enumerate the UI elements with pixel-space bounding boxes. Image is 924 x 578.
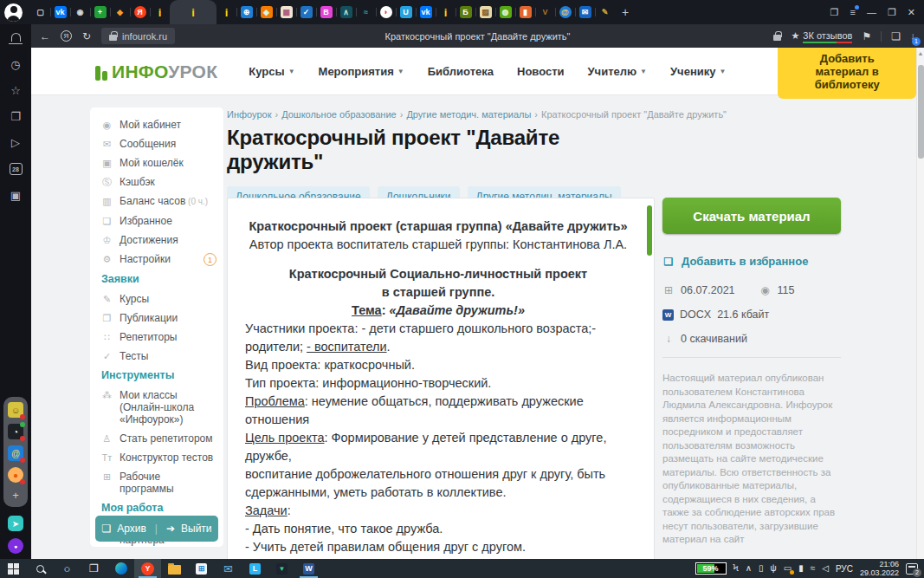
- battery-widget[interactable]: 59%: [695, 562, 727, 575]
- speaker-icon[interactable]: ◁: [822, 564, 829, 573]
- nav-item-Библиотека[interactable]: Библиотека: [428, 65, 494, 78]
- clock-app-icon[interactable]: ◔: [8, 424, 23, 439]
- messenger-app-icon[interactable]: ➤: [8, 516, 23, 531]
- person-tab[interactable]: ◉: [70, 0, 90, 24]
- book-tab[interactable]: ▮: [515, 0, 535, 24]
- add-material-button[interactable]: Добавить материал в библиотеку: [778, 48, 916, 99]
- screenshot-icon[interactable]: ▣: [10, 190, 21, 201]
- add-app-icon[interactable]: +: [12, 489, 19, 502]
- wifi-icon[interactable]: ≈: [811, 564, 816, 573]
- sidebar-item[interactable]: ⁂Мои классы (Онлайн-школа «Инфоурок»): [101, 389, 216, 425]
- l-app-icon[interactable]: L: [242, 559, 268, 578]
- infourok-tab[interactable]: i: [150, 0, 170, 24]
- page-scrollbar[interactable]: ▲: [916, 48, 924, 559]
- store-icon[interactable]: ⊞: [188, 559, 215, 578]
- word-icon[interactable]: W: [295, 559, 322, 578]
- infourok-tab[interactable]: i: [436, 0, 456, 24]
- new-tab-button[interactable]: +: [622, 5, 629, 19]
- close-button[interactable]: ✕: [908, 7, 915, 18]
- sidebar-item[interactable]: ✎Курсы: [101, 293, 216, 305]
- bookmarks-star-icon[interactable]: ☆: [10, 85, 21, 96]
- sidebar-item[interactable]: ▥Баланс часов (0 ч.): [101, 195, 216, 208]
- mailru-tab[interactable]: @: [555, 0, 575, 24]
- zen-app-icon[interactable]: ☺: [8, 402, 23, 418]
- yandex-tab[interactable]: Я: [130, 0, 150, 24]
- nav-item-Учителю[interactable]: Учителю▼: [588, 65, 648, 78]
- breadcrumb-link[interactable]: Другие методич. материалы: [406, 109, 531, 120]
- search-icon[interactable]: [27, 559, 54, 578]
- scroll-up-icon[interactable]: ▲: [917, 48, 924, 60]
- u-tab[interactable]: U: [396, 0, 416, 24]
- b-magenta-tab[interactable]: B: [316, 0, 336, 24]
- sidebar-item[interactable]: ✓Тесты: [101, 350, 216, 362]
- waves-tab[interactable]: ≈: [356, 0, 376, 24]
- battery-icon[interactable]: ▮: [798, 564, 804, 573]
- alice-app-icon[interactable]: ●: [8, 538, 23, 554]
- bookmark-flag-icon[interactable]: ⚑: [862, 30, 871, 42]
- globe-tab[interactable]: ⊕: [236, 0, 256, 24]
- vk-tab[interactable]: vk: [50, 0, 70, 24]
- sidebar-item[interactable]: ♔Достижения: [101, 234, 216, 246]
- sidebar-item[interactable]: ✉Сообщения: [101, 138, 216, 150]
- downloads-icon[interactable]: ↓1: [910, 30, 915, 42]
- tooth-tab[interactable]: ◗: [376, 0, 396, 24]
- cortana-icon[interactable]: ○: [54, 559, 81, 578]
- infourok-logo[interactable]: ИНФОУРОК: [95, 62, 217, 81]
- sidebar-item[interactable]: ТтКонструктор тестов: [101, 451, 216, 464]
- clock[interactable]: 21:0629.03.2022: [860, 560, 899, 577]
- protect-icon[interactable]: [773, 35, 781, 41]
- breadcrumb-link[interactable]: Инфоурок: [227, 109, 271, 120]
- profile-avatar[interactable]: [4, 3, 23, 22]
- nav-item-Мероприятия[interactable]: Мероприятия▼: [319, 65, 404, 78]
- green-plus-tab[interactable]: +: [90, 0, 110, 24]
- notifications-bell-icon[interactable]: [11, 33, 21, 42]
- mail-icon[interactable]: ✉: [215, 559, 242, 578]
- start-button[interactable]: [0, 559, 27, 578]
- vk-tab[interactable]: vk: [416, 0, 436, 24]
- sidebar-item[interactable]: ⚙Настройки1: [101, 253, 216, 266]
- download-material-button[interactable]: Скачать материал: [662, 198, 841, 234]
- minimize-button[interactable]: —: [867, 7, 876, 17]
- collections-panel-icon[interactable]: ❏: [891, 30, 901, 42]
- nav-item-Ученику[interactable]: Ученику▼: [670, 65, 726, 78]
- url-field[interactable]: infourok.ru: [101, 28, 175, 44]
- sidebar-item[interactable]: ❏Избранное: [101, 215, 216, 227]
- sidebar-item[interactable]: ⓈКэшбэк: [101, 176, 216, 188]
- cast-icon[interactable]: ▭: [784, 564, 792, 573]
- sidebar-item[interactable]: ∷Репетиторы: [101, 331, 216, 343]
- calendar-28-icon[interactable]: 28: [10, 163, 23, 175]
- back-icon[interactable]: ←: [40, 30, 50, 42]
- breadcrumb-link[interactable]: Дошкольное образование: [281, 109, 397, 120]
- add-favorite-link[interactable]: ❏ Добавить в избранное: [662, 255, 841, 268]
- chevron-up-icon[interactable]: ∧: [746, 564, 752, 573]
- quill-tab[interactable]: ✎: [595, 0, 615, 24]
- archive-logout-bar[interactable]: ❏Архив|➔Выйти: [95, 516, 218, 542]
- document-scrollbar[interactable]: [647, 205, 652, 256]
- browser-menu-icon[interactable]: ≡: [850, 7, 855, 17]
- file-explorer-icon[interactable]: [161, 559, 188, 578]
- nav-item-Новости[interactable]: Новости: [517, 65, 565, 78]
- box-tab[interactable]: ◈: [256, 0, 276, 24]
- doc-tab[interactable]: ▢: [30, 0, 50, 24]
- leaf-tab[interactable]: ◍: [495, 0, 515, 24]
- sidebar-item[interactable]: ❐Публикации: [101, 312, 216, 324]
- history-icon[interactable]: ◷: [10, 59, 20, 70]
- tablet-icon[interactable]: ▯: [759, 564, 764, 573]
- yandex-browser-icon[interactable]: Y: [134, 559, 161, 578]
- music-app-icon[interactable]: ●: [8, 467, 23, 483]
- tab-groups-icon[interactable]: ❐: [830, 7, 839, 18]
- reviews-widget[interactable]: ★ 3К отзывов: [791, 30, 852, 42]
- nav-item-Курсы[interactable]: Курсы▼: [249, 65, 294, 78]
- notification-center-icon[interactable]: 2: [906, 563, 918, 575]
- m-mail-tab[interactable]: ✉: [575, 0, 595, 24]
- play-icon[interactable]: ▷: [11, 137, 20, 148]
- refresh-icon[interactable]: ↻: [82, 30, 91, 42]
- edge-icon[interactable]: [107, 559, 134, 578]
- check-tab[interactable]: ✓: [296, 0, 316, 24]
- yandex-search-icon[interactable]: Я: [61, 30, 72, 42]
- flame-tab[interactable]: ◆: [110, 0, 130, 24]
- infourok-tab[interactable]: i: [216, 0, 236, 24]
- art-tab[interactable]: ▦: [276, 0, 296, 24]
- mic-icon[interactable]: ψ: [771, 564, 777, 573]
- mountain-tab[interactable]: ∧: [336, 0, 356, 24]
